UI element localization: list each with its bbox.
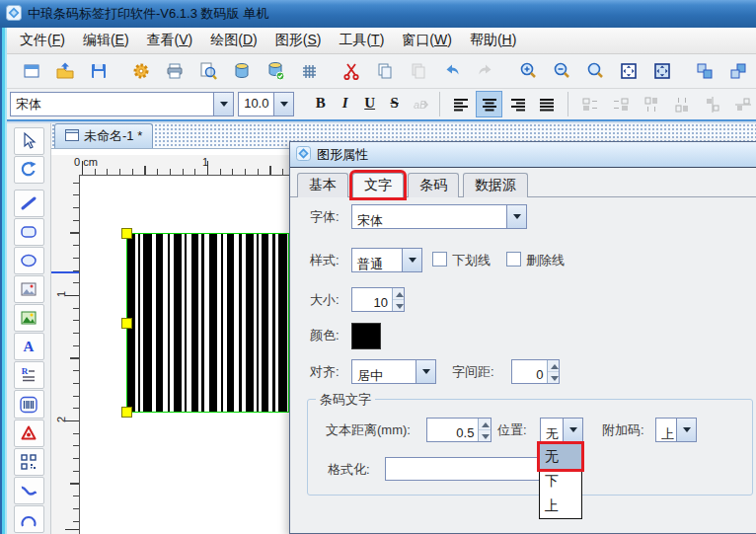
center-horizontally-button bbox=[700, 92, 725, 117]
barcode-object[interactable] bbox=[126, 233, 289, 413]
rounded-rect-tool[interactable] bbox=[14, 218, 44, 246]
chevron-down-icon[interactable] bbox=[416, 360, 435, 383]
arc-tool[interactable] bbox=[14, 505, 44, 533]
bring-forward-button[interactable] bbox=[691, 58, 718, 85]
checkbox-box[interactable] bbox=[506, 252, 521, 267]
text-distance-spinner[interactable]: 0.5 bbox=[426, 418, 491, 442]
document-tab[interactable]: 未命名-1 * bbox=[54, 123, 153, 148]
spin-up-button[interactable] bbox=[479, 419, 491, 430]
tab-barcode[interactable]: 条码 bbox=[408, 173, 459, 197]
ruler-label: 2 bbox=[52, 411, 70, 428]
align-left-button[interactable] bbox=[447, 91, 474, 117]
strikethrough-button[interactable]: S bbox=[382, 91, 407, 115]
italic-button[interactable]: I bbox=[333, 91, 357, 115]
qrcode-tool[interactable] bbox=[14, 448, 44, 476]
menu-item-w[interactable]: 窗口(W) bbox=[393, 28, 461, 53]
tab-basic[interactable]: 基本 bbox=[297, 173, 348, 197]
menu-item-h[interactable]: 帮助(H) bbox=[461, 28, 525, 53]
copy-button[interactable] bbox=[371, 58, 398, 85]
rich-text-tool[interactable]: R bbox=[14, 361, 44, 389]
spin-up-button[interactable] bbox=[548, 360, 559, 372]
vertical-ruler: 12 bbox=[51, 175, 80, 534]
align-combo[interactable]: 居中 bbox=[351, 359, 436, 384]
tab-datasource[interactable]: 数据源 bbox=[463, 173, 528, 197]
print-button[interactable] bbox=[161, 58, 188, 85]
tab-text[interactable]: 文字 bbox=[352, 173, 404, 197]
align-justify-button[interactable] bbox=[533, 91, 560, 117]
cut-button[interactable] bbox=[338, 58, 364, 85]
send-backward-button[interactable] bbox=[724, 58, 751, 85]
addon-combo[interactable]: 上 bbox=[655, 418, 697, 442]
dropdown-option-上[interactable]: 上 bbox=[540, 494, 581, 518]
dialog-tabs: 基本文字条码数据源 bbox=[290, 168, 756, 197]
new-button[interactable] bbox=[18, 58, 44, 85]
paste-button bbox=[405, 58, 431, 85]
align-center-button[interactable] bbox=[476, 91, 502, 117]
spin-down-button[interactable] bbox=[548, 372, 559, 383]
ellipse-tool[interactable] bbox=[14, 247, 44, 274]
font-size-combo[interactable]: 10.0 bbox=[238, 92, 294, 116]
database-button[interactable] bbox=[228, 58, 255, 85]
char-spacing-spinner[interactable]: 0 bbox=[511, 359, 560, 384]
chevron-down-icon[interactable] bbox=[402, 249, 421, 271]
print-preview-button[interactable] bbox=[194, 58, 221, 85]
style-label: 样式: bbox=[310, 248, 340, 273]
save-button[interactable] bbox=[85, 58, 112, 85]
undo-button[interactable] bbox=[438, 58, 465, 85]
align-right-button[interactable] bbox=[504, 91, 531, 117]
dialog-font-combo[interactable]: 宋体 bbox=[351, 204, 527, 229]
zoom-out-button[interactable] bbox=[548, 58, 574, 85]
selection-handle[interactable] bbox=[121, 228, 132, 239]
zoom-in-button[interactable] bbox=[514, 58, 541, 85]
spin-down-button[interactable] bbox=[479, 430, 491, 441]
font-label: 字体: bbox=[310, 204, 340, 230]
font-family-value: 宋体 bbox=[11, 93, 213, 115]
dropdown-option-无[interactable]: 无 bbox=[540, 444, 581, 469]
chevron-down-icon[interactable] bbox=[676, 419, 696, 441]
underline-button[interactable]: U bbox=[357, 91, 382, 115]
chevron-down-icon[interactable] bbox=[563, 419, 582, 441]
open-button[interactable] bbox=[51, 58, 78, 85]
line-tool[interactable] bbox=[14, 190, 44, 217]
database-connect-button[interactable] bbox=[262, 58, 288, 85]
ruler-label: 1 bbox=[52, 285, 70, 303]
menu-item-f[interactable]: 文件(F) bbox=[11, 28, 74, 53]
fit-window-button[interactable] bbox=[615, 58, 642, 85]
position-combo[interactable]: 无 bbox=[540, 418, 583, 442]
menu-item-v[interactable]: 查看(V) bbox=[138, 28, 202, 53]
spin-down-button[interactable] bbox=[393, 300, 404, 311]
color-swatch[interactable] bbox=[351, 323, 381, 349]
dialog-titlebar[interactable]: 图形属性 bbox=[290, 142, 756, 168]
selection-handle[interactable] bbox=[121, 407, 132, 418]
spin-up-button[interactable] bbox=[393, 288, 404, 300]
menu-item-e[interactable]: 编辑(E) bbox=[74, 28, 138, 53]
style-combo[interactable]: 普通 bbox=[351, 248, 422, 272]
underline-checkbox[interactable]: 下划线 bbox=[432, 248, 491, 273]
chevron-down-icon[interactable] bbox=[506, 205, 526, 228]
rotate-tool[interactable] bbox=[14, 156, 44, 184]
pointer-tool[interactable] bbox=[14, 127, 44, 155]
menu-item-t[interactable]: 工具(T) bbox=[330, 28, 393, 53]
grid-button[interactable] bbox=[295, 58, 322, 85]
selection-handle[interactable] bbox=[121, 318, 132, 329]
size-spinner[interactable]: 10 bbox=[351, 287, 405, 312]
chevron-down-icon[interactable] bbox=[213, 93, 233, 115]
zoom-button[interactable] bbox=[581, 58, 608, 85]
curve-tool[interactable] bbox=[14, 477, 44, 504]
fit-selection-button[interactable] bbox=[648, 58, 675, 85]
shape-tool[interactable] bbox=[14, 420, 44, 447]
chevron-down-icon[interactable] bbox=[273, 93, 293, 115]
dropdown-option-下[interactable]: 下 bbox=[540, 469, 581, 494]
align-value: 居中 bbox=[352, 360, 416, 383]
barcode-tool[interactable] bbox=[14, 390, 44, 418]
menu-item-d[interactable]: 绘图(D) bbox=[201, 28, 265, 53]
checkbox-box[interactable] bbox=[432, 252, 447, 267]
font-family-combo[interactable]: 宋体 bbox=[10, 92, 234, 116]
settings-button[interactable] bbox=[127, 58, 154, 85]
text-tool[interactable]: A bbox=[14, 333, 44, 360]
picture-tool[interactable] bbox=[14, 304, 44, 332]
menu-item-s[interactable]: 图形(S) bbox=[266, 28, 331, 53]
strikethrough-checkbox[interactable]: 删除线 bbox=[506, 248, 565, 273]
image-tool[interactable] bbox=[14, 275, 44, 303]
bold-button[interactable]: B bbox=[308, 91, 333, 115]
